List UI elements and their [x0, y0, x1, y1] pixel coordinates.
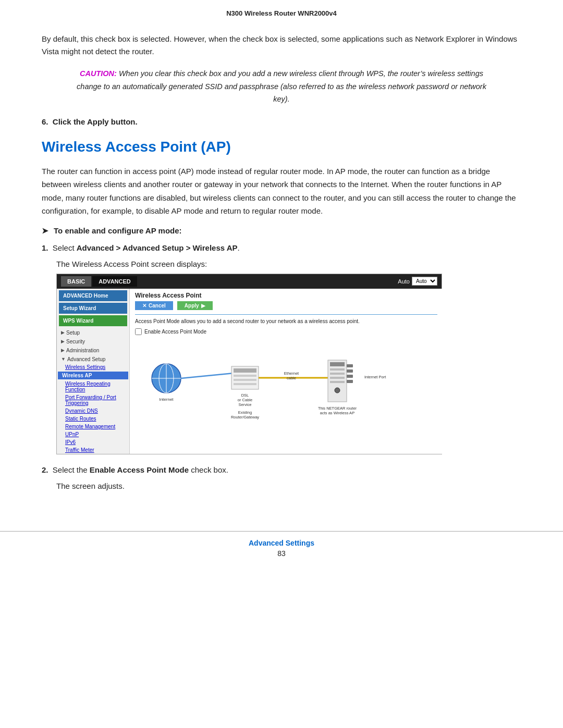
network-diagram: Internet DSL or Cable Service: [135, 339, 437, 423]
router-sidebar: ADVANCED Home Setup Wizard WPS Wizard ▶ …: [57, 289, 130, 454]
svg-rect-20: [330, 373, 345, 375]
auto-select[interactable]: Auto: [412, 277, 437, 286]
sidebar-section-advanced-setup[interactable]: ▼ Advanced Setup: [57, 354, 129, 363]
administration-label: Administration: [66, 348, 99, 353]
svg-text:Router/Gateway: Router/Gateway: [231, 415, 259, 419]
auto-dropdown-area: Auto Auto: [398, 277, 437, 286]
svg-rect-18: [330, 362, 345, 366]
svg-rect-9: [234, 379, 256, 381]
step6-suffix: button.: [109, 117, 138, 126]
task-arrow: ➤: [42, 226, 48, 236]
svg-text:DSL: DSL: [241, 393, 249, 398]
step2-num: 2.: [42, 465, 48, 474]
svg-text:Internet Port: Internet Port: [364, 375, 386, 379]
svg-rect-22: [330, 381, 345, 383]
svg-rect-26: [347, 375, 353, 378]
router-main-content: Wireless Access Point ✕ Cancel Apply ▶ A…: [130, 289, 443, 454]
step6-bold: Apply: [87, 117, 109, 126]
sidebar-section-security[interactable]: ▶ Security: [57, 337, 129, 346]
caution-text: When you clear this check box and you ad…: [77, 69, 486, 103]
svg-rect-19: [330, 368, 345, 371]
step2-bold: Enable Access Point Mode: [90, 465, 189, 474]
page-footer: Advanced Settings 83: [0, 531, 563, 561]
setup-arrow: ▶: [61, 330, 65, 335]
intro-paragraph: By default, this check box is selected. …: [42, 33, 521, 58]
advanced-setup-label: Advanced Setup: [67, 356, 105, 362]
router-topbar: BASIC ADVANCED Auto Auto: [57, 274, 442, 289]
wps-wizard-btn[interactable]: WPS Wizard: [59, 315, 127, 326]
svg-rect-27: [347, 380, 353, 383]
auto-label: Auto: [398, 278, 410, 285]
svg-text:or Cable: or Cable: [238, 398, 252, 402]
step1-suffix: .: [238, 243, 240, 252]
svg-text:Existing: Existing: [238, 410, 252, 415]
numbered-step-2: 2. Select the Enable Access Point Mode c…: [42, 464, 521, 476]
page-title: N300 Wireless Router WNR2000v4: [226, 9, 337, 17]
checkbox-label: Enable Access Point Mode: [144, 329, 206, 335]
svg-rect-24: [347, 364, 353, 367]
svg-text:Ethernet: Ethernet: [284, 371, 299, 376]
task-heading: ➤ To enable and configure AP mode:: [42, 226, 521, 236]
checkbox-row: Enable Access Point Mode: [135, 328, 437, 335]
router-page-title: Wireless Access Point: [135, 292, 437, 299]
sidebar-section-administration[interactable]: ▶ Administration: [57, 346, 129, 354]
sidebar-link-dynamic-dns[interactable]: Dynamic DNS: [57, 407, 129, 415]
router-screenshot: BASIC ADVANCED Auto Auto ADVANCED Home S…: [56, 274, 442, 454]
svg-rect-7: [234, 368, 256, 373]
enable-ap-mode-checkbox[interactable]: [135, 328, 142, 335]
router-desc: Access Point Mode allows you to add a se…: [135, 318, 437, 325]
advanced-home-btn[interactable]: ADVANCED Home: [59, 290, 127, 301]
router-actions: ✕ Cancel Apply ▶: [135, 301, 437, 310]
security-arrow: ▶: [61, 339, 65, 344]
svg-point-23: [335, 388, 340, 393]
cancel-button[interactable]: ✕ Cancel: [135, 301, 173, 310]
footer-section-label: Advanced Settings: [0, 539, 563, 547]
step6-num: 6.: [42, 117, 48, 126]
sidebar-link-traffic-meter[interactable]: Traffic Meter: [57, 446, 129, 454]
sidebar-link-remote-management[interactable]: Remote Management: [57, 423, 129, 430]
setup-label: Setup: [66, 330, 80, 336]
sidebar-link-wireless-ap[interactable]: Wireless AP: [58, 372, 128, 379]
caution-label: CAUTION:: [80, 69, 117, 78]
cancel-label: Cancel: [149, 303, 166, 309]
step2-prefix: Select the: [53, 465, 90, 474]
setup-wizard-btn[interactable]: Setup Wizard: [59, 303, 127, 314]
caution-block: CAUTION: When you clear this check box a…: [73, 67, 490, 106]
section-heading: Wireless Access Point (AP): [42, 139, 521, 155]
svg-text:cable: cable: [287, 376, 296, 380]
tab-advanced[interactable]: ADVANCED: [92, 276, 137, 287]
advanced-setup-arrow: ▼: [61, 356, 66, 362]
footer-page-number: 83: [0, 549, 563, 558]
step2-suffix: check box.: [189, 465, 228, 474]
administration-arrow: ▶: [61, 348, 65, 353]
step6-prefix: Click the: [53, 117, 87, 126]
svg-rect-10: [234, 383, 256, 385]
svg-text:This NETGEAR router: This NETGEAR router: [318, 406, 357, 411]
sidebar-link-upnp[interactable]: UPnP: [57, 430, 129, 438]
cancel-x-icon: ✕: [142, 303, 146, 309]
sidebar-link-static-routes[interactable]: Static Routes: [57, 415, 129, 423]
svg-rect-8: [234, 375, 256, 377]
apply-arrow-icon: ▶: [201, 303, 205, 309]
step1-prefix: Select: [53, 243, 77, 252]
security-label: Security: [66, 339, 85, 344]
sidebar-link-wireless-settings[interactable]: Wireless Settings: [57, 363, 129, 371]
numbered-step-1: 1. Select Advanced > Advanced Setup > Wi…: [42, 242, 521, 254]
apply-button[interactable]: Apply ▶: [177, 301, 213, 310]
step-6: 6. Click the Apply button.: [42, 117, 521, 126]
svg-text:acts as Wireless AP: acts as Wireless AP: [320, 411, 354, 415]
sidebar-section-setup[interactable]: ▶ Setup: [57, 328, 129, 337]
sidebar-link-ipv6[interactable]: IPv6: [57, 438, 129, 446]
router-body: ADVANCED Home Setup Wizard WPS Wizard ▶ …: [57, 289, 442, 454]
sidebar-link-port-forwarding[interactable]: Port Forwarding / PortTriggering: [57, 393, 129, 407]
tab-basic[interactable]: BASIC: [61, 276, 91, 287]
step1-num: 1.: [42, 243, 48, 252]
svg-rect-25: [347, 369, 353, 373]
svg-text:Service: Service: [238, 402, 251, 407]
screen-adjusts: The screen adjusts.: [56, 482, 521, 490]
apply-label: Apply: [185, 303, 199, 309]
svg-text:Internet: Internet: [159, 397, 174, 402]
section-body: The router can function in access point …: [42, 165, 521, 218]
task-heading-text: To enable and configure AP mode:: [54, 226, 182, 235]
sidebar-link-wireless-repeating[interactable]: Wireless RepeatingFunction: [57, 380, 129, 393]
